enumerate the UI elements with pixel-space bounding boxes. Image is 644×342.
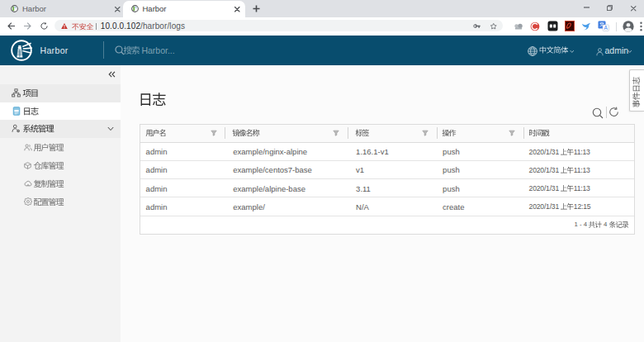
svg-text:A: A <box>604 25 608 31</box>
